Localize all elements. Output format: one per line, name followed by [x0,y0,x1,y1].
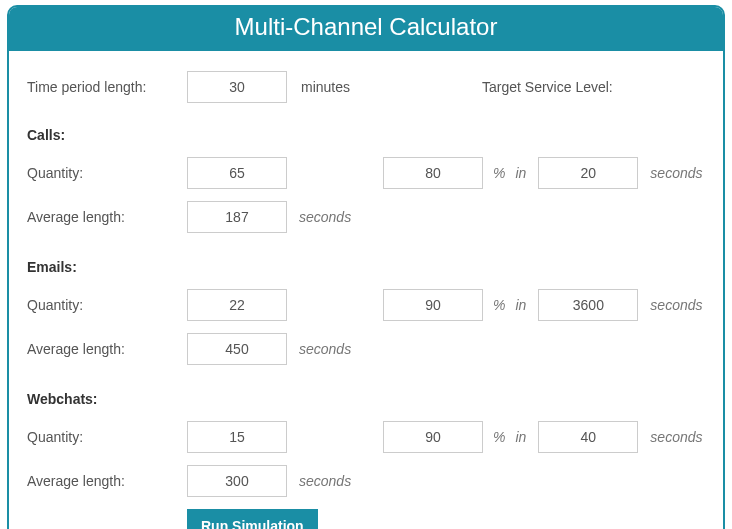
run-simulation-button[interactable]: Run Simulation [187,509,318,529]
emails-section-title: Emails: [27,259,705,275]
in-text: in [515,165,526,181]
panel-body: Time period length: minutes Target Servi… [9,51,723,529]
webchats-section-title: Webchats: [27,391,705,407]
emails-avg-length-row: Average length: seconds [27,333,705,365]
seconds-unit: seconds [299,209,351,225]
calls-sl-pct-input[interactable] [383,157,483,189]
in-text: in [515,429,526,445]
in-text: in [515,297,526,313]
emails-quantity-row: Quantity: % in seconds [27,289,705,321]
calls-quantity-label: Quantity: [27,165,187,181]
calls-quantity-row: Quantity: % in seconds [27,157,705,189]
calls-section-title: Calls: [27,127,705,143]
webchats-sl-pct-input[interactable] [383,421,483,453]
emails-service-level: % in seconds [383,289,703,321]
webchats-sl-seconds-input[interactable] [538,421,638,453]
seconds-unit: seconds [650,297,702,313]
emails-sl-seconds-input[interactable] [538,289,638,321]
webchats-service-level: % in seconds [383,421,703,453]
time-period-input[interactable] [187,71,287,103]
seconds-unit: seconds [650,429,702,445]
pct-symbol: % [493,165,505,181]
time-period-label: Time period length: [27,79,187,95]
calls-avg-length-row: Average length: seconds [27,201,705,233]
calls-avg-length-label: Average length: [27,209,187,225]
time-period-unit: minutes [301,79,350,95]
time-period-row: Time period length: minutes Target Servi… [27,71,705,103]
calls-sl-seconds-input[interactable] [538,157,638,189]
emails-quantity-input[interactable] [187,289,287,321]
emails-sl-pct-input[interactable] [383,289,483,321]
pct-symbol: % [493,297,505,313]
calls-avg-length-input[interactable] [187,201,287,233]
webchats-quantity-input[interactable] [187,421,287,453]
pct-symbol: % [493,429,505,445]
webchats-avg-length-input[interactable] [187,465,287,497]
calls-service-level: % in seconds [383,157,703,189]
panel-title: Multi-Channel Calculator [9,7,723,51]
seconds-unit: seconds [299,473,351,489]
calls-quantity-input[interactable] [187,157,287,189]
webchats-quantity-label: Quantity: [27,429,187,445]
webchats-quantity-row: Quantity: % in seconds [27,421,705,453]
emails-avg-length-input[interactable] [187,333,287,365]
webchats-avg-length-label: Average length: [27,473,187,489]
calculator-panel: Multi-Channel Calculator Time period len… [7,5,725,529]
emails-quantity-label: Quantity: [27,297,187,313]
emails-avg-length-label: Average length: [27,341,187,357]
target-service-level-label: Target Service Level: [482,79,613,95]
seconds-unit: seconds [650,165,702,181]
webchats-avg-length-row: Average length: seconds [27,465,705,497]
seconds-unit: seconds [299,341,351,357]
